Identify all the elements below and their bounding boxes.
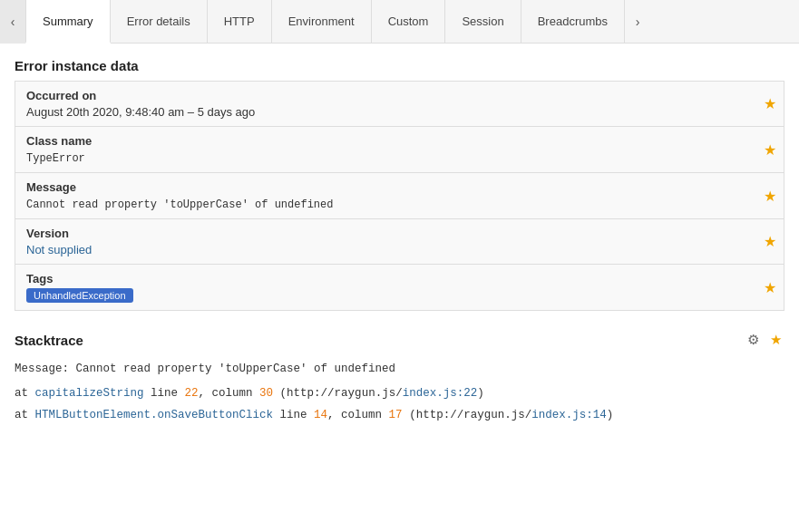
stacktrace-gear-button[interactable]: ⚙ [745,329,762,351]
tab-bar: ‹ Summary Error details HTTP Environment… [0,0,799,44]
stack-line-1-url-pre: (http://raygun.js/ [273,387,403,400]
tags-star-icon[interactable]: ★ [764,280,776,295]
message-star-cell[interactable]: ★ [759,173,784,219]
stack-line-1-at: at [15,387,35,400]
table-row: Message Cannot read property 'toUpperCas… [15,173,784,219]
occurred-on-value: August 20th 2020, 9:48:40 am – 5 days ag… [26,105,255,119]
stack-line-1-col-pre: , column [199,387,260,400]
stack-line-1-line-pre: line [144,387,185,400]
stack-line-2-url-pre: (http://raygun.js/ [403,409,532,421]
stack-line-1-url[interactable]: index.js:22 [403,387,478,400]
star-icon: ★ [770,332,782,348]
error-instance-title: Error instance data [15,58,784,73]
table-row: Tags UnhandledException ★ [15,265,784,311]
tags-cell: Tags UnhandledException [15,265,759,311]
stacktrace-title: Stacktrace [15,333,83,348]
stacktrace-header: Stacktrace ⚙ ★ [15,329,784,351]
tab-session[interactable]: Session [445,0,521,44]
chevron-left-icon: ‹ [11,15,15,29]
error-instance-section: Error instance data Occurred on August 2… [15,58,784,311]
table-row: Class name TypeError ★ [15,127,784,173]
occurred-on-star-cell[interactable]: ★ [759,82,784,127]
stacktrace-section: Stacktrace ⚙ ★ Message: Cannot read prop… [15,329,784,425]
message-star-icon[interactable]: ★ [764,189,776,204]
tab-scroll-left[interactable]: ‹ [0,0,25,44]
tab-environment[interactable]: Environment [272,0,372,44]
stack-line-1: at capitalizeString line 22, column 30 (… [15,384,784,403]
message-cell: Message Cannot read property 'toUpperCas… [15,173,759,219]
stack-line-2-url-post: ) [607,409,614,421]
stack-line-2-linenum: 14 [314,409,327,421]
stack-line-2: at HTMLButtonElement.onSaveButtonClick l… [15,406,784,425]
class-name-value: TypeError [26,152,85,165]
version-label: Version [26,227,748,240]
occurred-on-label: Occurred on [26,89,748,102]
stack-line-1-url-post: ) [477,387,484,400]
version-cell: Version Not supplied [15,219,759,265]
version-value: Not supplied [26,243,92,256]
main-content: Error instance data Occurred on August 2… [0,58,799,425]
version-star-icon[interactable]: ★ [764,234,776,249]
message-value: Cannot read property 'toUpperCase' of un… [26,198,333,211]
stack-line-2-col-pre: , column [327,409,389,421]
class-name-star-cell[interactable]: ★ [759,127,784,173]
stack-line-1-func[interactable]: capitalizeString [35,387,144,400]
stack-line-2-at: at [15,409,35,421]
tags-value: UnhandledException [26,288,133,303]
stack-line-1-linenum: 22 [185,387,199,400]
tab-summary[interactable]: Summary [25,0,111,44]
stack-line-2-colnum: 17 [389,409,403,421]
tab-breadcrumbs[interactable]: Breadcrumbs [521,0,625,44]
class-name-label: Class name [26,134,748,148]
version-star-cell[interactable]: ★ [759,219,784,265]
table-row: Occurred on August 20th 2020, 9:48:40 am… [15,82,784,127]
tab-error-details[interactable]: Error details [111,0,208,44]
message-label: Message [26,180,748,194]
occurred-on-cell: Occurred on August 20th 2020, 9:48:40 am… [15,82,759,127]
stacktrace-message: Message: Cannot read property 'toUpperCa… [15,360,784,379]
stack-line-1-colnum: 30 [259,387,273,400]
stack-line-2-line-pre: line [273,409,314,421]
tab-http[interactable]: HTTP [208,0,272,44]
tags-label: Tags [26,272,748,285]
stack-line-2-func[interactable]: HTMLButtonElement.onSaveButtonClick [35,409,274,421]
tab-custom[interactable]: Custom [372,0,446,44]
table-row: Version Not supplied ★ [15,219,784,265]
gear-icon: ⚙ [747,332,759,348]
tags-star-cell[interactable]: ★ [759,265,784,311]
stacktrace-content: Message: Cannot read property 'toUpperCa… [15,360,784,425]
error-instance-table: Occurred on August 20th 2020, 9:48:40 am… [15,81,784,311]
stack-line-2-url[interactable]: index.js:14 [531,409,607,421]
tab-scroll-right[interactable]: › [625,0,650,44]
class-name-cell: Class name TypeError [15,127,759,173]
class-name-star-icon[interactable]: ★ [764,142,776,158]
chevron-right-icon: › [636,15,640,29]
occurred-on-star-icon[interactable]: ★ [764,96,776,111]
stacktrace-star-button[interactable]: ★ [767,329,784,351]
stacktrace-actions: ⚙ ★ [745,329,784,351]
